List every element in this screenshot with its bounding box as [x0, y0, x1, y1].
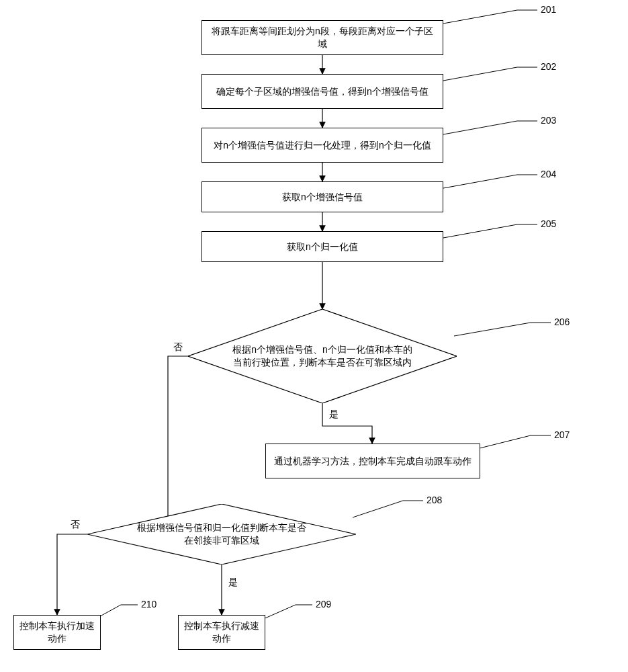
step-number-208: 208 — [427, 495, 442, 505]
step-number-205: 205 — [541, 218, 556, 229]
edge-label-208-no: 否 — [71, 519, 80, 531]
process-210-text: 控制本车执行加速动作 — [19, 620, 95, 645]
process-201: 将跟车距离等间距划分为n段，每段距离对应一个子区域 — [201, 20, 443, 55]
process-204-text: 获取n个增强信号值 — [282, 191, 363, 204]
process-203-text: 对n个增强信号值进行归一化处理，得到n个归一化值 — [214, 139, 431, 152]
decision-208: 根据增强信号值和归一化值判断本车是否在邻接非可靠区域 — [87, 504, 356, 564]
decision-208-text: 根据增强信号值和归一化值判断本车是否在邻接非可靠区域 — [134, 521, 309, 547]
edge-label-208-yes: 是 — [228, 577, 238, 589]
process-204: 获取n个增强信号值 — [201, 181, 443, 212]
process-205-text: 获取n个归一化值 — [287, 241, 358, 253]
edge-label-206-yes: 是 — [329, 409, 339, 421]
process-209: 控制本车执行减速动作 — [178, 615, 265, 650]
process-202: 确定每个子区域的增强信号值，得到n个增强信号值 — [201, 74, 443, 109]
decision-206: 根据n个增强信号值、n个归一化值和本车的当前行驶位置，判断本车是否在可靠区域内 — [188, 309, 457, 403]
edge-label-206-no: 否 — [173, 341, 183, 353]
step-number-207: 207 — [554, 429, 570, 440]
step-number-203: 203 — [541, 115, 556, 126]
process-210: 控制本车执行加速动作 — [13, 615, 101, 650]
process-202-text: 确定每个子区域的增强信号值，得到n个增强信号值 — [216, 85, 429, 98]
process-207-text: 通过机器学习方法，控制本车完成自动跟车动作 — [274, 455, 472, 468]
process-209-text: 控制本车执行减速动作 — [184, 620, 259, 645]
process-201-text: 将跟车距离等间距划分为n段，每段距离对应一个子区域 — [208, 25, 437, 50]
step-number-209: 209 — [316, 599, 331, 610]
process-205: 获取n个归一化值 — [201, 231, 443, 262]
step-number-201: 201 — [541, 4, 556, 15]
flowchart-canvas: 将跟车距离等间距划分为n段，每段距离对应一个子区域 201 确定每个子区域的增强… — [0, 0, 628, 672]
decision-206-text: 根据n个增强信号值、n个归一化值和本车的当前行驶位置，判断本车是否在可靠区域内 — [228, 343, 416, 369]
process-207: 通过机器学习方法，控制本车完成自动跟车动作 — [265, 444, 480, 478]
step-number-202: 202 — [541, 61, 556, 72]
step-number-204: 204 — [541, 169, 556, 179]
step-number-206: 206 — [554, 317, 570, 327]
process-203: 对n个增强信号值进行归一化处理，得到n个归一化值 — [201, 128, 443, 163]
step-number-210: 210 — [141, 599, 156, 610]
